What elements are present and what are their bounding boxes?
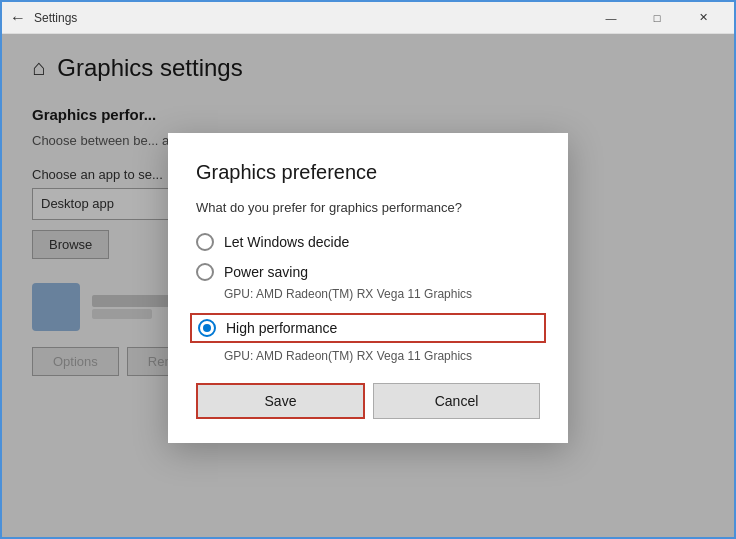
minimize-button[interactable]: —: [588, 2, 634, 34]
radio-inner-dot: [203, 324, 211, 332]
main-content: ⌂ Graphics settings Graphics perfor... C…: [2, 34, 734, 539]
high-performance-gpu-label: GPU: AMD Radeon(TM) RX Vega 11 Graphics: [224, 349, 540, 363]
maximize-button[interactable]: □: [634, 2, 680, 34]
option-let-windows-label: Let Windows decide: [224, 234, 349, 250]
window-controls: — □ ✕: [588, 2, 726, 34]
close-button[interactable]: ✕: [680, 2, 726, 34]
option-high-performance[interactable]: High performance: [190, 313, 546, 343]
dialog-question: What do you prefer for graphics performa…: [196, 200, 540, 215]
radio-high-performance: [198, 319, 216, 337]
option-let-windows[interactable]: Let Windows decide: [196, 233, 540, 251]
graphics-preference-dialog: Graphics preference What do you prefer f…: [168, 133, 568, 443]
cancel-button[interactable]: Cancel: [373, 383, 540, 419]
save-button[interactable]: Save: [196, 383, 365, 419]
back-button[interactable]: ←: [10, 9, 26, 27]
option-power-saving-label: Power saving: [224, 264, 308, 280]
dialog-buttons: Save Cancel: [196, 383, 540, 419]
title-bar: ← Settings — □ ✕: [2, 2, 734, 34]
modal-overlay: Graphics preference What do you prefer f…: [2, 34, 734, 539]
dialog-title: Graphics preference: [196, 161, 540, 184]
option-power-saving[interactable]: Power saving: [196, 263, 540, 281]
app-name: Settings: [34, 11, 588, 25]
power-saving-gpu-label: GPU: AMD Radeon(TM) RX Vega 11 Graphics: [224, 287, 540, 301]
option-high-performance-label: High performance: [226, 320, 337, 336]
radio-power-saving: [196, 263, 214, 281]
radio-let-windows: [196, 233, 214, 251]
